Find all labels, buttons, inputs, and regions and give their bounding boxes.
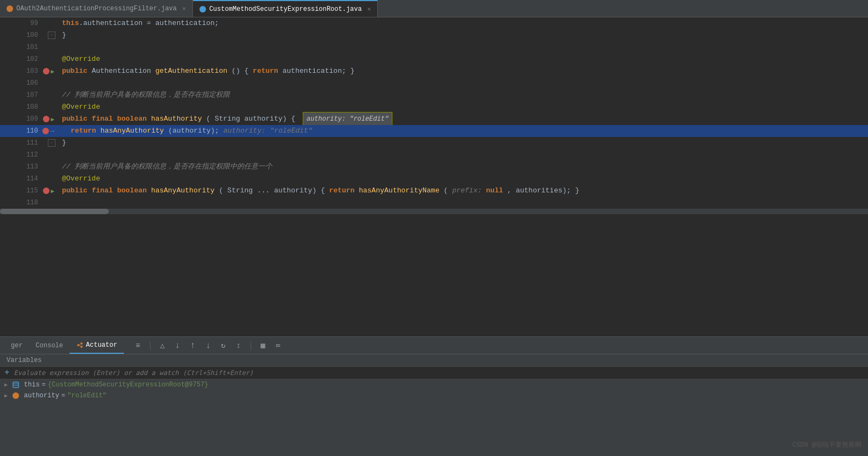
tab-label-custommethodsecurity: CustomMethodSecurityExpressionRoot.java <box>209 5 362 13</box>
toolbar-btn-mute[interactable]: ↕ <box>233 340 244 351</box>
code-line-100: 100 - } <box>0 29 868 41</box>
breakpoint-115[interactable] <box>43 188 49 194</box>
line-number-106: 106 <box>23 79 42 87</box>
horizontal-scrollbar[interactable] <box>0 209 868 214</box>
gutter-118: 118 <box>0 199 60 207</box>
tab-close-custommethodsecurity[interactable]: ✕ <box>367 5 371 13</box>
line-number-107: 107 <box>23 91 42 99</box>
line-number-115: 115 <box>23 187 42 195</box>
code-lines: 99 this.authentication = authentication;… <box>0 17 868 209</box>
indicators-103: ▶ <box>42 68 55 75</box>
line-number-109: 109 <box>23 115 42 123</box>
tab-close-oauth2[interactable]: ✕ <box>182 5 186 12</box>
line-number-113: 113 <box>23 163 42 171</box>
code-line-102: 102 @Override <box>0 53 868 65</box>
toolbar-btn-stepover[interactable]: ↓ <box>172 340 183 351</box>
gutter-102: 102 <box>0 55 60 63</box>
actuator-icon <box>76 341 84 349</box>
code-content-109: public final boolean hasAuthority ( Stri… <box>60 112 392 126</box>
code-line-114: 114 @Override <box>0 173 868 185</box>
code-content-99: this.authentication = authentication; <box>60 17 219 29</box>
gutter-106: 106 <box>0 79 60 87</box>
tab-console[interactable]: Console <box>29 337 70 354</box>
code-content-107: // 判断当前用户具备的权限信息，是否存在指定权限 <box>60 89 230 101</box>
annotation-override-114: @Override <box>62 174 100 183</box>
code-line-110: 110 → return hasAnyAuthority (authority)… <box>0 125 868 137</box>
editor-area: 99 this.authentication = authentication;… <box>0 17 868 336</box>
gutter-110: 110 → <box>0 127 60 135</box>
code-container[interactable]: 99 this.authentication = authentication;… <box>0 17 868 336</box>
gutter-101: 101 <box>0 43 60 51</box>
toolbar-btn-resume[interactable]: △ <box>157 340 168 351</box>
code-content-108: @Override <box>60 101 100 113</box>
code-line-115: 115 ▶ public final boolean hasAnyAuthori… <box>0 185 868 197</box>
indicators-109: ▶ <box>42 116 55 123</box>
line-number-110: 110 <box>23 127 42 135</box>
line-number-101: 101 <box>23 43 42 51</box>
toolbar-sep-1 <box>150 341 151 350</box>
hint-110: authority: "roleEdit" <box>223 127 313 135</box>
gutter-99: 99 <box>0 20 60 27</box>
gutter-108: 108 <box>0 103 60 111</box>
line-number-100: 100 <box>23 32 42 39</box>
code-line-99: 99 this.authentication = authentication; <box>0 17 868 29</box>
bottom-panel: ger Console Actuator ≡ △ ↓ ↑ ↑ ↻ ↕ <box>0 336 868 456</box>
scrollbar-thumb[interactable] <box>0 209 109 214</box>
var-eq-authority: = <box>61 392 65 399</box>
var-expand-this[interactable]: ▶ <box>4 382 8 388</box>
var-item-authority[interactable]: ▶ authority = "roleEdit" <box>0 390 868 401</box>
var-val-this: {CustomMethodSecurityExpressionRoot@9757… <box>48 381 208 389</box>
variables-panel: Variables + ▶ this = {CustomMethodSecuri… <box>0 354 868 456</box>
tab-actuator[interactable]: Actuator <box>70 337 124 354</box>
code-line-103: 103 ▶ public Authentication getAuthentic… <box>0 65 868 77</box>
line-number-111: 111 <box>23 139 42 147</box>
gutter-100: 100 - <box>0 32 60 39</box>
svg-rect-5 <box>13 382 18 388</box>
arrow-110: → <box>50 127 54 135</box>
var-expand-authority[interactable]: ▶ <box>4 392 8 399</box>
line-number-102: 102 <box>23 55 42 63</box>
breakpoint-109[interactable] <box>43 116 49 122</box>
toolbar-btn-menu[interactable]: ≡ <box>133 340 143 351</box>
gutter-113: 113 <box>0 163 60 171</box>
run-109: ▶ <box>51 116 54 123</box>
toolbar-btn-table[interactable]: ▦ <box>258 340 268 351</box>
var-val-authority: "roleEdit" <box>67 392 107 399</box>
kw-this-99: this <box>62 19 79 27</box>
code-line-106: 106 <box>0 77 868 89</box>
toolbar-btn-stepout[interactable]: ↑ <box>203 340 214 351</box>
run-103: ▶ <box>51 68 54 75</box>
gutter-103: 103 ▶ <box>0 67 60 75</box>
var-obj-icon-authority <box>13 392 19 399</box>
indicators-111: - <box>42 139 55 147</box>
gutter-109: 109 ▶ <box>0 115 60 123</box>
var-name-authority: authority <box>24 392 59 399</box>
annotation-override-102: @Override <box>62 55 100 63</box>
code-content-103: public Authentication getAuthentication … <box>60 65 354 77</box>
code-content-102: @Override <box>60 53 100 65</box>
variables-header: Variables <box>0 354 868 367</box>
toolbar-btn-stepinto[interactable]: ↑ <box>188 340 198 351</box>
toolbar-btn-rerun[interactable]: ↻ <box>218 340 229 351</box>
code-content-115: public final boolean hasAnyAuthority ( S… <box>60 185 579 197</box>
fold-111[interactable]: - <box>48 139 55 147</box>
fold-100[interactable]: - <box>48 32 55 39</box>
breakpoint-110[interactable] <box>42 128 49 134</box>
line-number-103: 103 <box>23 67 42 75</box>
indicators-110: → <box>42 127 55 135</box>
indicators-115: ▶ <box>42 188 55 195</box>
hint-prefix-115: prefix: <box>452 186 486 195</box>
var-item-this[interactable]: ▶ this = {CustomMethodSecurityExpression… <box>0 379 868 390</box>
eval-input[interactable] <box>14 369 864 377</box>
code-line-111: 111 - } <box>0 137 868 149</box>
tab-ger[interactable]: ger <box>4 337 29 354</box>
breakpoint-103[interactable] <box>43 68 49 74</box>
tab-oauth2[interactable]: OAuth2AuthenticationProcessingFilter.jav… <box>0 0 193 17</box>
svg-line-4 <box>79 345 80 347</box>
eval-add-btn[interactable]: + <box>4 368 10 378</box>
toolbar-btn-settings[interactable]: ≔ <box>273 340 284 351</box>
tab-custommethodsecurity[interactable]: CustomMethodSecurityExpressionRoot.java … <box>193 0 378 17</box>
tab-bar: OAuth2AuthenticationProcessingFilter.jav… <box>0 0 868 17</box>
svg-point-2 <box>80 346 83 348</box>
gutter-112: 112 <box>0 151 60 159</box>
